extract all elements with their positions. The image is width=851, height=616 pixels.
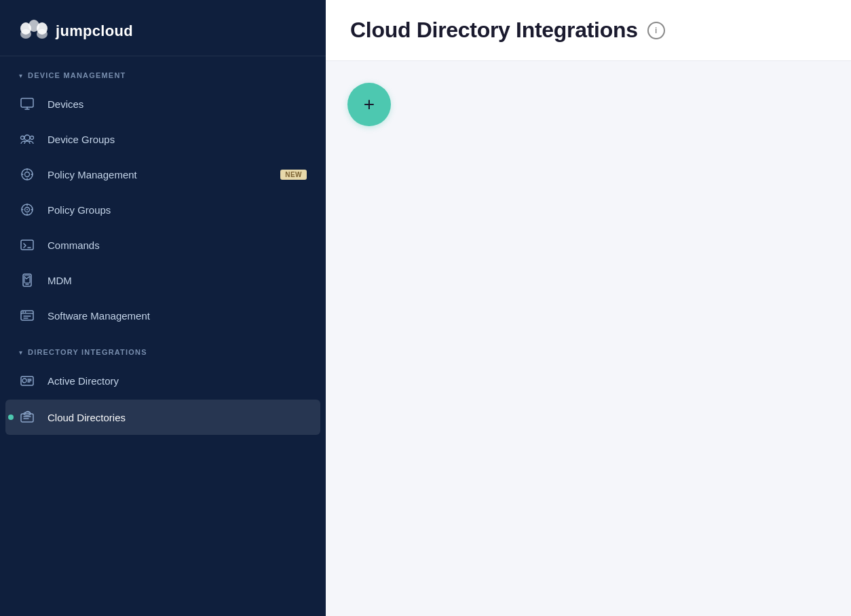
sidebar-item-commands[interactable]: Commands: [0, 227, 326, 263]
sidebar-item-policy-management-label: Policy Management: [48, 169, 268, 180]
device-groups-icon: [19, 131, 35, 147]
commands-icon: [19, 237, 35, 253]
sidebar-item-active-directory[interactable]: Active Directory: [0, 363, 326, 398]
policy-groups-icon: [19, 201, 35, 218]
sidebar-item-software-management-label: Software Management: [48, 310, 307, 322]
sidebar-item-policy-management[interactable]: Policy Management NEW: [0, 157, 326, 192]
info-icon[interactable]: i: [647, 22, 665, 39]
svg-rect-22: [21, 414, 33, 422]
sidebar-logo: jumpcloud: [0, 0, 326, 56]
active-indicator: [8, 415, 14, 420]
sidebar-item-policy-groups[interactable]: Policy Groups: [0, 192, 326, 227]
svg-point-4: [37, 29, 48, 39]
main-body: +: [326, 61, 851, 616]
sidebar-item-commands-label: Commands: [48, 239, 307, 251]
policy-icon: [19, 166, 35, 182]
svg-point-6: [24, 135, 30, 140]
svg-point-13: [26, 209, 28, 210]
sidebar-item-devices[interactable]: Devices: [0, 86, 326, 121]
svg-point-10: [25, 172, 30, 177]
sidebar: jumpcloud ▾ DEVICE MANAGEMENT Devices De…: [0, 0, 326, 616]
svg-point-21: [22, 379, 26, 383]
device-management-label: DEVICE MANAGEMENT: [28, 71, 126, 79]
main-content: Cloud Directory Integrations i +: [326, 0, 851, 616]
svg-rect-14: [21, 240, 33, 250]
svg-rect-5: [21, 98, 33, 107]
sidebar-item-cloud-directories-label: Cloud Directories: [48, 412, 307, 423]
software-icon: [19, 307, 35, 324]
device-management-section-header[interactable]: ▾ DEVICE MANAGEMENT: [0, 56, 326, 86]
sidebar-item-device-groups[interactable]: Device Groups: [0, 121, 326, 157]
new-badge: NEW: [280, 170, 307, 180]
svg-point-7: [21, 136, 24, 140]
mdm-icon: [19, 272, 35, 288]
plus-icon: +: [364, 95, 375, 114]
svg-point-8: [31, 136, 34, 140]
svg-point-19: [25, 311, 26, 313]
svg-point-18: [22, 311, 24, 313]
chevron-down-icon: ▾: [19, 72, 22, 79]
cloud-directories-icon: [19, 409, 35, 425]
sidebar-item-device-groups-label: Device Groups: [48, 134, 307, 145]
page-title: Cloud Directory Integrations: [350, 18, 638, 43]
chevron-down-icon-2: ▾: [19, 349, 22, 356]
sidebar-item-active-directory-label: Active Directory: [48, 375, 307, 387]
jumpcloud-logo-icon: [19, 19, 49, 43]
sidebar-item-mdm[interactable]: MDM: [0, 263, 326, 298]
add-integration-button[interactable]: +: [347, 83, 391, 126]
sidebar-item-devices-label: Devices: [48, 98, 307, 110]
svg-point-3: [20, 29, 31, 39]
logo-text: jumpcloud: [56, 22, 133, 40]
active-directory-icon: [19, 372, 35, 389]
sidebar-item-cloud-directories[interactable]: Cloud Directories: [5, 400, 320, 435]
directory-integrations-label: DIRECTORY INTEGRATIONS: [28, 348, 147, 356]
directory-integrations-section-header[interactable]: ▾ DIRECTORY INTEGRATIONS: [0, 333, 326, 363]
sidebar-item-software-management[interactable]: Software Management: [0, 298, 326, 333]
monitor-icon: [19, 96, 35, 112]
sidebar-item-policy-groups-label: Policy Groups: [48, 204, 307, 216]
main-header: Cloud Directory Integrations i: [326, 0, 851, 61]
sidebar-item-mdm-label: MDM: [48, 275, 307, 286]
